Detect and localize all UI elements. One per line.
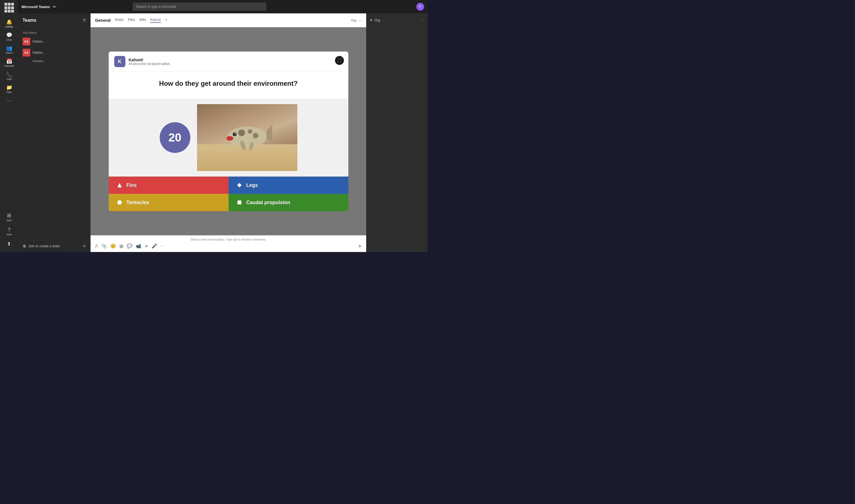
join-icon: ⊕ <box>22 244 26 249</box>
search-bar[interactable]: Search or type a command <box>133 2 266 11</box>
topbar: Microsoft Teams ✏ Search or type a comma… <box>18 0 428 13</box>
channel-title: General <box>95 18 111 22</box>
answer-button-legs[interactable]: Legs <box>228 177 348 194</box>
modal-app-name: Kahoot! <box>129 58 170 62</box>
tab-wiki[interactable]: Wiki <box>139 18 146 23</box>
svg-point-6 <box>233 132 237 136</box>
answer-text-fins: Fins <box>126 182 137 188</box>
more-icon: ··· <box>7 98 11 103</box>
right-panel-more[interactable]: ··· <box>421 18 424 22</box>
square-shape <box>236 199 242 205</box>
format-icon[interactable]: A <box>95 244 98 249</box>
modal-header: K Kahoot! All about the red lipped batfi… <box>109 52 348 72</box>
sticker-icon[interactable]: 💬 <box>127 244 133 249</box>
calendar-icon: 📅 <box>6 59 12 64</box>
svg-marker-11 <box>237 183 242 187</box>
question-image <box>197 104 297 171</box>
team-avatar-2: KA <box>22 49 30 56</box>
join-team-button[interactable]: ⊕ Join or create a team ⚙ <box>22 244 86 249</box>
emoji-icon[interactable]: 😊 <box>110 244 116 249</box>
sidebar-label-files: Files <box>6 91 12 93</box>
sidebar-item-apps[interactable]: ⊞ Apps <box>6 211 12 223</box>
compose-icon[interactable]: ✏ <box>53 4 56 10</box>
right-panel: 👁 Org ··· <box>366 13 428 252</box>
answer-button-fins[interactable]: Fins <box>109 177 228 194</box>
answer-text-legs: Legs <box>246 182 258 188</box>
chat-footer: Start a new conversation. Type @ to ment… <box>91 235 366 252</box>
sidebar-label-apps: Apps <box>6 219 12 222</box>
audio-icon[interactable]: 🎤 <box>152 244 157 249</box>
more-options-icon[interactable]: ··· <box>359 18 362 22</box>
sidebar-item-teams[interactable]: 👥 Teams <box>0 44 18 56</box>
help-icon: ? <box>7 227 10 232</box>
meet-icon[interactable]: 📹 <box>136 244 141 249</box>
timer-circle: 20 <box>160 122 190 153</box>
filter-icon[interactable]: ▽ <box>83 18 86 22</box>
app-grid-icon[interactable] <box>4 3 14 13</box>
sidebar-item-calendar[interactable]: 📅 Calendar <box>0 57 18 69</box>
team-name-1: Kahoo... <box>33 39 45 43</box>
sidebar-label-teams: Teams <box>5 52 13 54</box>
teams-icon: 👥 <box>6 46 12 51</box>
app-title: Microsoft Teams <box>21 5 50 9</box>
channel-tabs: Posts Files Wiki Kahoot + <box>115 18 167 23</box>
avatar[interactable]: P <box>416 3 424 11</box>
gif-icon[interactable]: ▦ <box>119 244 123 249</box>
sidebar-item-calls[interactable]: 📞 Calls <box>0 70 18 82</box>
teams-title: Teams <box>22 18 36 23</box>
sidebar-item-files[interactable]: 📁 Files <box>0 83 18 95</box>
org-text: Org <box>374 18 380 22</box>
answer-button-tentacles[interactable]: Tentacles <box>109 194 228 211</box>
svg-point-0 <box>228 126 267 148</box>
svg-point-1 <box>238 129 245 136</box>
channel-name-general: Genera... <box>33 59 46 62</box>
svg-point-2 <box>248 129 252 134</box>
timer-value: 20 <box>168 131 181 144</box>
teams-sidebar: Teams ▽ Your teams KA Kahoo... KA Kahoo.… <box>18 13 91 252</box>
question-content: 20 <box>109 98 348 177</box>
svg-point-7 <box>235 133 236 134</box>
calls-icon: 📞 <box>6 72 12 77</box>
channel-body: K Kahoot! All about the red lipped batfi… <box>91 27 366 235</box>
attach-icon[interactable]: 📎 <box>102 244 107 249</box>
channel-item-general[interactable]: Genera... <box>18 58 90 64</box>
team-item-2[interactable]: KA Kahoo... <box>18 47 90 58</box>
tab-posts[interactable]: Posts <box>115 18 123 23</box>
sidebar-item-activity[interactable]: 🔔 Activity <box>0 18 18 30</box>
tab-kahoot[interactable]: Kahoot <box>150 18 161 23</box>
svg-point-12 <box>117 200 122 205</box>
sidebar-item-help[interactable]: ? Help <box>6 226 12 237</box>
sidebar-item-more[interactable]: ··· <box>0 96 18 105</box>
tab-add[interactable]: + <box>165 18 167 23</box>
sidebar-label-calendar: Calendar <box>4 65 14 67</box>
schedule-icon[interactable]: ➤ <box>145 244 148 249</box>
triangle-shape <box>117 182 123 188</box>
topbar-right: P <box>416 3 424 11</box>
question-text: How do they get around their environment… <box>159 79 298 87</box>
activity-icon: 🔔 <box>6 19 12 24</box>
question-area: How do they get around their environment… <box>109 72 348 98</box>
tab-files[interactable]: Files <box>128 18 135 23</box>
team-avatar-1: KA <box>22 38 30 46</box>
svg-rect-13 <box>238 200 241 204</box>
send-button[interactable]: ➤ <box>358 244 362 249</box>
sidebar-label-activity: Activity <box>5 25 13 28</box>
teams-header: Teams ▽ <box>18 13 90 27</box>
channel-header: General Posts Files Wiki Kahoot + Org ··… <box>91 13 366 27</box>
kahoot-app-icon: K <box>114 56 125 67</box>
answer-button-caudal[interactable]: Caudal propulsion <box>228 194 348 211</box>
apps-icon: ⊞ <box>7 213 11 218</box>
svg-point-5 <box>227 136 233 141</box>
sidebar-item-chat[interactable]: 💬 Chat <box>0 31 18 43</box>
join-label: Join or create a team <box>29 244 60 248</box>
team-item-1[interactable]: KA Kahoo... <box>18 36 90 47</box>
gear-icon[interactable]: ⚙ <box>83 244 86 248</box>
org-label: Org <box>351 19 356 22</box>
modal-app-info: Kahoot! All about the red lipped batfish <box>129 58 170 66</box>
expand-icon[interactable]: ⛶ <box>335 56 344 65</box>
svg-point-3 <box>253 133 258 138</box>
sidebar-item-upload[interactable]: ⬆ <box>6 240 12 248</box>
answer-text-caudal: Caudal propulsion <box>246 200 291 205</box>
more-toolbar-icon[interactable]: ··· <box>160 244 164 249</box>
svg-marker-10 <box>117 183 122 187</box>
